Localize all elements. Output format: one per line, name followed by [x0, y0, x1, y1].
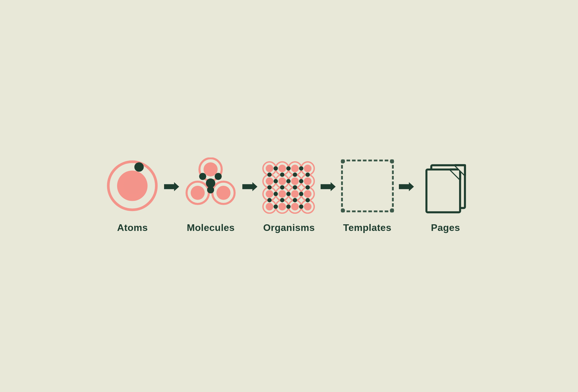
svg-point-70 — [293, 198, 297, 202]
atom-icon — [105, 159, 160, 213]
svg-point-35 — [278, 190, 286, 198]
svg-point-64 — [267, 185, 272, 189]
svg-point-48 — [274, 166, 278, 170]
step-molecules: Molecules — [184, 159, 238, 233]
svg-point-61 — [280, 173, 284, 177]
svg-point-55 — [286, 192, 291, 196]
svg-point-21 — [291, 165, 299, 172]
step-organisms: Organisms — [262, 159, 316, 233]
svg-point-29 — [291, 177, 299, 185]
svg-point-3 — [134, 162, 144, 172]
svg-point-37 — [291, 190, 299, 198]
svg-point-57 — [274, 204, 278, 209]
svg-point-53 — [299, 179, 303, 183]
svg-point-27 — [278, 177, 286, 185]
svg-point-12 — [199, 173, 206, 180]
molecules-label: Molecules — [187, 222, 235, 233]
svg-point-50 — [299, 166, 303, 170]
templates-label: Templates — [343, 222, 391, 233]
pages-icon — [418, 159, 473, 213]
svg-point-47 — [304, 203, 312, 210]
svg-marker-4 — [164, 182, 179, 191]
svg-point-33 — [266, 190, 273, 198]
svg-point-39 — [304, 190, 312, 198]
svg-point-69 — [280, 198, 284, 202]
svg-marker-15 — [242, 182, 257, 191]
svg-point-62 — [293, 173, 297, 177]
svg-point-2 — [123, 177, 141, 194]
arrow-1 — [160, 181, 184, 193]
step-pages: Pages — [418, 159, 473, 233]
svg-point-71 — [306, 198, 310, 202]
arrow-2 — [238, 181, 262, 193]
svg-point-41 — [266, 203, 273, 210]
svg-point-66 — [293, 185, 297, 189]
molecules-icon — [184, 159, 238, 213]
svg-point-52 — [286, 179, 291, 183]
svg-point-59 — [299, 204, 303, 209]
organisms-label: Organisms — [263, 222, 315, 233]
svg-point-45 — [291, 203, 299, 210]
svg-point-68 — [267, 198, 272, 202]
svg-point-67 — [306, 185, 310, 189]
svg-point-43 — [278, 203, 286, 210]
svg-point-14 — [207, 186, 214, 193]
svg-point-65 — [280, 185, 284, 189]
svg-rect-75 — [427, 170, 460, 212]
atoms-label: Atoms — [117, 222, 148, 233]
templates-icon — [340, 159, 394, 213]
organisms-icon — [262, 159, 316, 213]
svg-marker-72 — [321, 182, 336, 191]
svg-point-56 — [299, 192, 303, 196]
svg-point-60 — [267, 173, 272, 177]
svg-point-23 — [304, 165, 312, 172]
svg-point-49 — [286, 166, 291, 170]
svg-point-63 — [306, 173, 310, 177]
svg-marker-73 — [399, 182, 414, 191]
svg-point-31 — [304, 177, 312, 185]
svg-point-17 — [266, 165, 273, 172]
step-templates: Templates — [340, 159, 394, 233]
svg-point-51 — [274, 179, 278, 183]
step-atoms: Atoms — [105, 159, 160, 233]
arrow-3 — [316, 181, 340, 193]
arrow-4 — [394, 181, 418, 193]
svg-point-13 — [215, 173, 222, 180]
svg-point-25 — [266, 177, 273, 185]
pages-label: Pages — [431, 222, 460, 233]
svg-point-10 — [216, 186, 231, 200]
svg-point-19 — [278, 165, 286, 172]
svg-point-58 — [286, 204, 291, 209]
atomic-design-diagram: Atoms — [105, 159, 473, 233]
svg-point-8 — [191, 186, 205, 200]
svg-point-54 — [274, 192, 278, 196]
